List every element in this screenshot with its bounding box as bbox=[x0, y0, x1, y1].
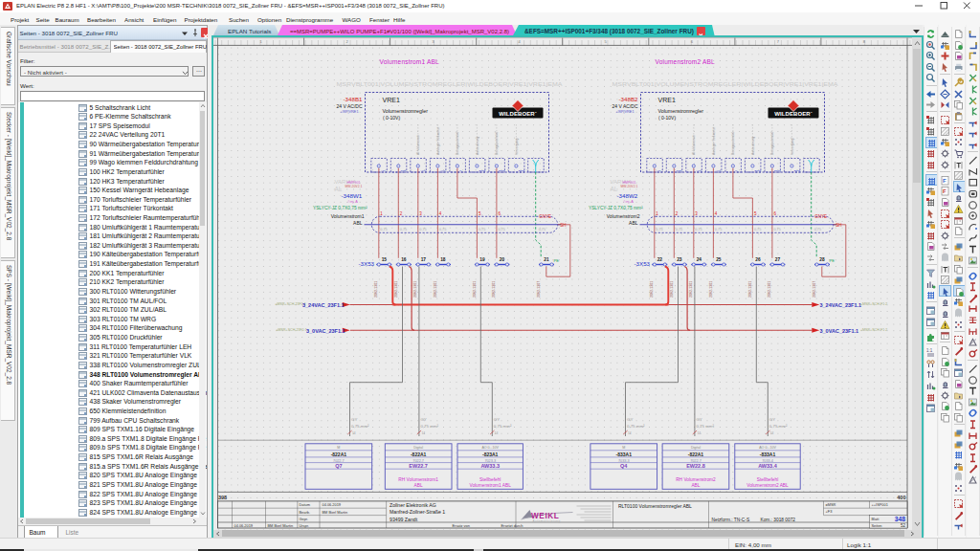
svg-text:-822A1: -822A1 bbox=[330, 452, 346, 457]
svg-text:BgNd: BgNd bbox=[793, 169, 800, 172]
svg-text:-822A1: -822A1 bbox=[410, 452, 426, 457]
svg-text:398: 398 bbox=[218, 495, 227, 500]
svg-text:Ansteuerung: Ansteuerung bbox=[475, 137, 479, 155]
svg-text:GNYE: GNYE bbox=[539, 214, 551, 219]
svg-text:Bezugspotential: Bezugspotential bbox=[495, 132, 499, 155]
svg-text:GY: GY bbox=[351, 417, 357, 422]
svg-text:VRE1: VRE1 bbox=[382, 97, 399, 103]
svg-text:Volumenstrom1: Volumenstrom1 bbox=[330, 213, 364, 219]
svg-text:0,75: 0,75 bbox=[538, 228, 545, 231]
svg-text:Bezugspotential: Bezugspotential bbox=[456, 132, 459, 155]
svg-text:2062-1307: 2062-1307 bbox=[537, 281, 541, 298]
svg-text:1: 1 bbox=[380, 211, 383, 216]
svg-text:AIvol: AIvol bbox=[715, 169, 721, 172]
svg-text:Stellbefehl: Stellbefehl bbox=[756, 477, 777, 482]
svg-text:23: 23 bbox=[677, 257, 682, 262]
svg-text:Seiten: Seiten bbox=[871, 523, 881, 528]
svg-text:22: 22 bbox=[657, 257, 662, 262]
svg-text:AW33.3: AW33.3 bbox=[480, 463, 500, 469]
svg-text:GND: GND bbox=[676, 169, 681, 172]
svg-text:EW22.8: EW22.8 bbox=[686, 463, 705, 469]
svg-text:Versorgung: Versorgung bbox=[514, 139, 518, 155]
svg-text:( 0-10V): ( 0-10V) bbox=[658, 115, 676, 121]
svg-text:1: 1 bbox=[656, 211, 658, 216]
svg-text:0,75 mm²: 0,75 mm² bbox=[768, 424, 787, 429]
svg-text:04.06.2019: 04.06.2019 bbox=[234, 523, 252, 528]
svg-text:F: F bbox=[943, 188, 947, 194]
svg-text:16: 16 bbox=[401, 257, 407, 262]
svg-text:24 V AC/DC: 24 V AC/DC bbox=[612, 103, 637, 109]
svg-text:BgNd: BgNd bbox=[774, 169, 781, 172]
svg-text:Analoger Sollwertst: Analoger Sollwertst bbox=[435, 127, 439, 155]
svg-text:2062-1301: 2062-1301 bbox=[708, 281, 712, 298]
svg-text:BgNd: BgNd bbox=[518, 169, 524, 172]
svg-text:5: 5 bbox=[753, 211, 756, 216]
svg-text:Ansteuerung: Ansteuerung bbox=[750, 137, 754, 155]
svg-text:7022.7: 7022.7 bbox=[690, 459, 702, 463]
svg-text:3: 3 bbox=[419, 211, 422, 216]
svg-text:19: 19 bbox=[479, 257, 485, 262]
svg-text:MSRVBLT001|VOLUMENSTROMREGLER|: MSRVBLT001|VOLUMENSTROMREGLER|WILDEBOER|… bbox=[336, 81, 562, 87]
svg-text:14: 14 bbox=[352, 431, 356, 435]
svg-text:2: 2 bbox=[399, 211, 402, 216]
svg-text:+ISP|VRE1: +ISP|VRE1 bbox=[340, 110, 358, 114]
svg-text:2062-1301: 2062-1301 bbox=[374, 281, 378, 298]
svg-text:27: 27 bbox=[774, 257, 780, 262]
svg-text:-348B2: -348B2 bbox=[618, 96, 638, 102]
svg-text:AO 0...10V: AO 0...10V bbox=[481, 446, 499, 450]
svg-text:GY: GY bbox=[768, 417, 774, 422]
svg-text:Urspr.: Urspr. bbox=[299, 523, 308, 528]
svg-text:ABL: ABL bbox=[413, 483, 422, 488]
svg-text:Ersetzt durch: Ersetzt durch bbox=[501, 523, 523, 528]
svg-text:0,75: 0,75 bbox=[695, 228, 702, 231]
svg-text:-833A1: -833A1 bbox=[615, 452, 632, 457]
svg-text:-3X53: -3X53 bbox=[358, 260, 374, 267]
svg-text:14: 14 bbox=[494, 431, 498, 435]
svg-text:+MSR+SCH-F1:2: +MSR+SCH-F1:2 bbox=[860, 302, 887, 306]
svg-text:GY: GY bbox=[627, 417, 633, 422]
svg-text:ABL: ABL bbox=[629, 220, 638, 226]
svg-text:PE: PE bbox=[829, 258, 835, 263]
svg-text:/ inj. A: / inj. A bbox=[623, 200, 634, 204]
svg-text:0,75 mm²: 0,75 mm² bbox=[627, 424, 645, 429]
svg-text:0,75: 0,75 bbox=[380, 228, 387, 231]
svg-text:Analoger Sollwertst: Analoger Sollwertst bbox=[711, 127, 715, 155]
svg-text:MW-20V2.1: MW-20V2.1 bbox=[620, 185, 637, 188]
svg-text:+ISP|VRE1: +ISP|VRE1 bbox=[615, 110, 634, 114]
svg-text:AI Volumenstr: AI Volumenstr bbox=[692, 134, 696, 155]
svg-text:-3X53: -3X53 bbox=[634, 260, 650, 267]
svg-text:3: 3 bbox=[695, 211, 698, 216]
svg-text:BgNd: BgNd bbox=[499, 169, 505, 172]
svg-text:Kom.: 3018 0072: Kom.: 3018 0072 bbox=[760, 518, 795, 522]
svg-text:Volumenstromregler: Volumenstromregler bbox=[382, 108, 428, 114]
svg-text:7022.7: 7022.7 bbox=[412, 459, 424, 463]
svg-text:2062-1301: 2062-1301 bbox=[747, 281, 751, 298]
svg-text:2062-1301: 2062-1301 bbox=[393, 281, 397, 298]
svg-text:7022.7: 7022.7 bbox=[333, 459, 345, 463]
svg-text:Digital: Digital bbox=[413, 446, 423, 450]
svg-text:GY: GY bbox=[696, 417, 702, 422]
svg-text:GNYE: GNYE bbox=[814, 214, 827, 219]
svg-text:Q7: Q7 bbox=[335, 463, 342, 469]
svg-text:BM Bierl Martin: BM Bierl Martin bbox=[267, 523, 293, 528]
svg-text:GY: GY bbox=[420, 417, 426, 422]
svg-text:In: In bbox=[735, 169, 738, 172]
svg-text:400: 400 bbox=[897, 495, 905, 500]
svg-text:24 V AC/DC: 24 V AC/DC bbox=[336, 103, 362, 109]
svg-text:14: 14 bbox=[697, 431, 701, 435]
svg-text:4: 4 bbox=[714, 211, 717, 216]
svg-text:0,75: 0,75 bbox=[399, 228, 406, 231]
svg-text:3_0VAC_23F1.1: 3_0VAC_23F1.1 bbox=[306, 328, 345, 334]
svg-text:0,75: 0,75 bbox=[498, 228, 504, 231]
svg-text:2062-1301: 2062-1301 bbox=[689, 281, 693, 298]
svg-text:Stellbefehl: Stellbefehl bbox=[479, 477, 500, 482]
svg-text:-822A1: -822A1 bbox=[687, 452, 703, 457]
svg-text:Volumenstrom1 ABL: Volumenstrom1 ABL bbox=[379, 58, 438, 65]
svg-text:Zollner Elektronik AG: Zollner Elektronik AG bbox=[390, 502, 436, 508]
svg-text:14: 14 bbox=[628, 431, 632, 435]
svg-text:17: 17 bbox=[420, 257, 426, 262]
svg-text:BgNd: BgNd bbox=[479, 169, 485, 172]
svg-text:3_0VAC_23F1.1: 3_0VAC_23F1.1 bbox=[819, 328, 858, 334]
svg-text:18: 18 bbox=[440, 257, 446, 262]
svg-text:PE: PE bbox=[553, 258, 559, 263]
